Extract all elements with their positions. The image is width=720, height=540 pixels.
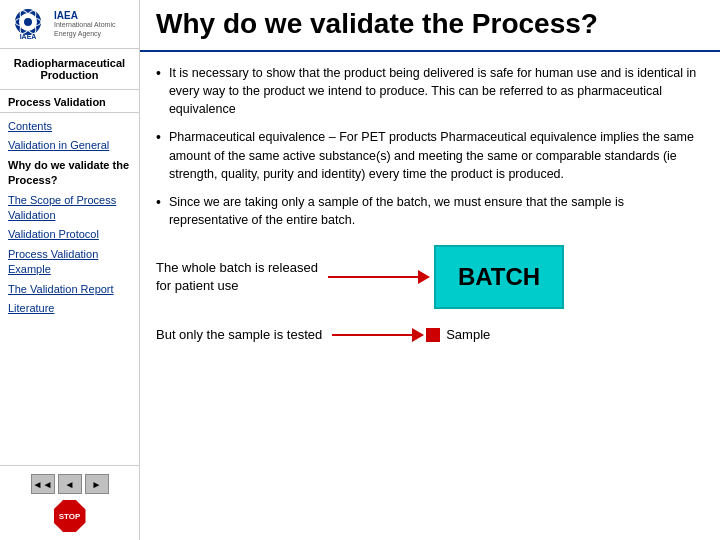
svg-text:IAEA: IAEA (20, 33, 37, 40)
nav-first-button[interactable]: ◄◄ (31, 474, 55, 494)
stop-label: STOP (59, 512, 81, 521)
stop-button[interactable]: STOP (54, 500, 86, 532)
sidebar-footer: ◄◄ ◄ ► STOP (0, 465, 139, 540)
sidebar-item-protocol[interactable]: Validation Protocol (0, 225, 139, 244)
bullet-dot-1: • (156, 64, 161, 84)
batch-diagram-label: The whole batch is released for patient … (156, 259, 318, 294)
svg-point-2 (24, 18, 32, 26)
bullet-text-2: Pharmaceutical equivalence – For PET pro… (169, 128, 704, 182)
sidebar: IAEA IAEA International Atomic Energy Ag… (0, 0, 140, 540)
sidebar-item-example[interactable]: Process Validation Example (0, 245, 139, 280)
batch-label: BATCH (458, 263, 540, 290)
sidebar-item-literature[interactable]: Literature (0, 299, 139, 318)
bullet-dot-2: • (156, 128, 161, 148)
sample-indicator (426, 328, 440, 342)
nav-buttons: ◄◄ ◄ ► (31, 474, 109, 494)
bullet-item-3: • Since we are taking only a sample of t… (156, 193, 704, 229)
bullet-item-2: • Pharmaceutical equivalence – For PET p… (156, 128, 704, 182)
iaea-logo-subtext: International Atomic Energy Agency (54, 21, 131, 38)
sidebar-title: RadiopharmaceuticalProduction (0, 49, 139, 90)
iaea-logo-icon: IAEA (8, 6, 48, 42)
sidebar-nav: Contents Validation in General Why do we… (0, 113, 139, 465)
bullet-section: • It is necessary to show that the produ… (156, 64, 704, 229)
iaea-org-text: IAEA International Atomic Energy Agency (54, 10, 131, 38)
sample-word: Sample (446, 327, 490, 342)
sidebar-item-why-validate[interactable]: Why do we validate the Process? (0, 156, 139, 191)
sidebar-section-title: Process Validation (0, 90, 139, 113)
bullet-text-1: It is necessary to show that the product… (169, 64, 704, 118)
page-title: Why do we validate the Process? (140, 0, 720, 52)
sidebar-item-report[interactable]: The Validation Report (0, 280, 139, 299)
batch-box: BATCH (434, 245, 564, 309)
sample-arrow (332, 328, 424, 342)
batch-arrow (328, 270, 430, 284)
bullet-item-1: • It is necessary to show that the produ… (156, 64, 704, 118)
sidebar-item-validation-general[interactable]: Validation in General (0, 136, 139, 155)
nav-next-button[interactable]: ► (85, 474, 109, 494)
nav-prev-button[interactable]: ◄ (58, 474, 82, 494)
sidebar-header: IAEA IAEA International Atomic Energy Ag… (0, 0, 139, 49)
bullet-text-3: Since we are taking only a sample of the… (169, 193, 704, 229)
content-body: • It is necessary to show that the produ… (140, 52, 720, 540)
sample-diagram-label: But only the sample is tested (156, 327, 322, 342)
sidebar-item-scope[interactable]: The Scope of Process Validation (0, 191, 139, 226)
sidebar-item-contents[interactable]: Contents (0, 117, 139, 136)
iaea-logo-name: IAEA (54, 10, 131, 21)
bullet-dot-3: • (156, 193, 161, 213)
main-content: Why do we validate the Process? • It is … (140, 0, 720, 540)
